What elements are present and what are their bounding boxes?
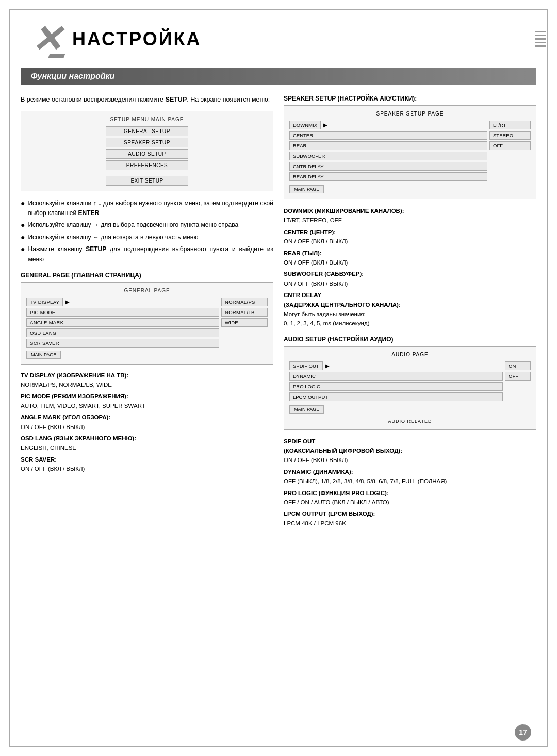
sp-item-cntr: CNTR DELAY [289, 162, 487, 171]
au-item-spdif: SPDIF OUT [289, 361, 323, 370]
general-page-left: TV DISPLAY ▶ PIC MODE ANGLE MARK OSD LAN… [26, 298, 219, 348]
desc-downmix: DOWNMIX (МИКШИРОВАНИЕ КАНАЛОВ): LT/RT, S… [284, 206, 536, 225]
desc-rear-text: ON / OFF (ВКЛ / ВЫКЛ) [284, 259, 348, 266]
desc-tvdisplay-label: TV DISPLAY (ИЗОБРАЖЕНИЕ НА ТВ): [21, 372, 128, 379]
desc-tvdisplay-text: NORMAL/PS, NORMAL/LB, WIDE [21, 382, 112, 388]
audio-setup-section-title: AUDIO SETUP (НАСТРОЙКИ АУДИО) [284, 336, 536, 343]
sp-main-page-btn[interactable]: MAIN PAGE [289, 185, 324, 193]
menu-item-exit[interactable]: EXIT SETUP [106, 176, 188, 186]
desc-dynamic-label: DYNAMIC (ДИНАМИКА): [284, 469, 353, 475]
gp-item-osd: OSD LANG [26, 328, 219, 337]
desc-prologic: PRO LOGIC (ФУНКЦИЯ PRO LOGIC): OFF / ON … [284, 488, 536, 507]
desc-cntrdelay-text: Могут быть заданы значения: [284, 311, 366, 317]
desc-prologic-text: OFF / ON / AUTO (ВКЛ / ВЫКЛ / АВТО) [284, 499, 389, 505]
gp-right-normalps: NORMAL/PS [221, 298, 268, 306]
menu-item-preferences[interactable]: PREFERENCES [106, 160, 188, 170]
menu-item-speaker[interactable]: SPEAKER SETUP [106, 138, 188, 147]
desc-center: CENTER (ЦЕНТР): ON / OFF (ВКЛ / ВЫКЛ) [284, 227, 536, 246]
bullet-item-2: ● Используйте клавишу → для выбора подсв… [21, 220, 273, 231]
desc-lpcm: LPCM OUTPUT (LPCM ВЫХОД): LPCM 48K / LPC… [284, 509, 536, 528]
section-heading: Функции настройки [21, 68, 536, 85]
intro-text: В режиме остановки воспроизведения нажми… [21, 95, 273, 105]
page-border-right [542, 9, 548, 747]
sp-item-subwoofer: SUBWOOFER [289, 152, 487, 160]
general-page-section-title: GENERAL PAGE (ГЛАВНАЯ СТРАНИЦА) [21, 272, 273, 279]
menu-item-general[interactable]: GENERAL SETUP [106, 126, 188, 136]
sp-right-stereo: STEREO [489, 131, 531, 140]
desc-tvdisplay: TV DISPLAY (ИЗОБРАЖЕНИЕ НА ТВ): NORMAL/P… [21, 371, 273, 390]
decorative-lines [535, 31, 546, 47]
desc-scrsaver: SCR SAVER: ON / OFF (ВКЛ / ВЫКЛ) [21, 455, 273, 474]
desc-spdif-sublabel: (КОАКСИАЛЬНЫЙ ЦИФРОВОЙ ВЫХОД): [284, 448, 402, 454]
au-main-page-btn[interactable]: MAIN PAGE [289, 405, 324, 414]
desc-rear: REAR (ТЫЛ): ON / OFF (ВКЛ / ВЫКЛ) [284, 249, 536, 268]
desc-cntrdelay-sublabel: (ЗАДЕРЖКА ЦЕНТРАЛЬНОГО КАНАЛА): [284, 302, 401, 308]
audio-box-title: --AUDIO PAGE-- [289, 352, 531, 357]
sp-item-downmix: DOWNMIX [289, 121, 321, 129]
desc-anglemark-text: ON / OFF (ВКЛ / ВЫКЛ) [21, 424, 85, 430]
desc-prologic-label: PRO LOGIC (ФУНКЦИЯ PRO LOGIC): [284, 490, 389, 496]
gp-right-wide: WIDE [221, 318, 268, 327]
au-arrow-spdif: ▶ [325, 363, 330, 369]
page-border-top [9, 9, 548, 10]
speaker-box-title: SPEAKER SETUP PAGE [289, 111, 531, 117]
desc-picmode-text: AUTO, FILM, VIDEO, SMART, SUPER SWART [21, 403, 145, 409]
bullet-dot-3: ● [21, 233, 25, 243]
sp-item-reardelay: REAR DELAY [289, 172, 487, 181]
speaker-setup-title: SPEAKER SETUP (НАСТРОЙКА АКУСТИКИ): [284, 95, 536, 102]
desc-anglemark-label: ANGLE MARK (УГОЛ ОБЗОРА): [21, 414, 110, 420]
bullet-list: ● Используйте клавиши ↑ ↓ для выбора нуж… [21, 199, 273, 265]
speaker-right-col: LT/RT STEREO OFF [489, 121, 531, 181]
right-column: SPEAKER SETUP (НАСТРОЙКА АКУСТИКИ): SPEA… [284, 95, 536, 533]
desc-dynamic-text: OFF (ВЫКЛ), 1/8, 2/8, 3/8, 4/8, 5/8, 6/8… [284, 478, 447, 484]
page-border-bottom [9, 746, 548, 747]
desc-subwoofer-label: SUBWOOFER (САБВУФЕР): [284, 271, 364, 277]
gp-item-scr: SCR SAVER [26, 339, 219, 348]
desc-downmix-label: DOWNMIX (МИКШИРОВАНИЕ КАНАЛОВ): [284, 208, 404, 214]
bullet-item-4: ● Нажмите клавишу SETUP для подтверждени… [21, 244, 273, 264]
speaker-grid: DOWNMIX ▶ CENTER REAR SUBWOOFER CNTR DEL… [289, 121, 531, 181]
bullet-text-2: Используйте клавишу → для выбора подсвеч… [28, 220, 273, 231]
desc-picmode: PIC MODE (РЕЖИМ ИЗОБРАЖЕНИЯ): AUTO, FILM… [21, 391, 273, 410]
gp-item-angle: ANGLE MARK [26, 318, 219, 327]
au-right-on: ON [505, 361, 531, 370]
gp-main-page-btn[interactable]: MAIN PAGE [26, 351, 61, 359]
desc-lpcm-label: LPCM OUTPUT (LPCM ВЫХОД): [284, 511, 375, 517]
desc-picmode-label: PIC MODE (РЕЖИМ ИЗОБРАЖЕНИЯ): [21, 393, 128, 399]
bullet-dot-2: ● [21, 220, 25, 231]
bullet-dot-4: ● [21, 244, 25, 264]
desc-osdlang: OSD LANG (ЯЗЫК ЭКРАННОГО МЕНЮ): ENGLISH,… [21, 434, 273, 453]
desc-cntrdelay: CNTR DELAY (ЗАДЕРЖКА ЦЕНТРАЛЬНОГО КАНАЛА… [284, 290, 536, 328]
bullet-dot-1: ● [21, 199, 25, 218]
bullet-item-3: ● Используйте клавишу ← для возврата в л… [21, 233, 273, 243]
gp-item-tv: TV DISPLAY [26, 298, 63, 306]
audio-left-col: SPDIF OUT ▶ DYNAMIC PRO LOGIC LPCM OUTPU… [289, 361, 503, 401]
bullet-text-1: Используйте клавиши ↑ ↓ для выбора нужно… [28, 199, 273, 218]
desc-rear-label: REAR (ТЫЛ): [284, 250, 322, 256]
page-title: НАСТРОЙКА [72, 28, 202, 50]
page-number: 17 [515, 724, 531, 741]
desc-center-label: CENTER (ЦЕНТР): [284, 229, 336, 235]
desc-spdif-text: ON / OFF (ВКЛ / ВЫКЛ) [284, 457, 348, 463]
desc-downmix-text: LT/RT, STEREO, OFF [284, 217, 342, 223]
desc-dynamic: DYNAMIC (ДИНАМИКА): OFF (ВЫКЛ), 1/8, 2/8… [284, 467, 536, 486]
desc-section-speaker: DOWNMIX (МИКШИРОВАНИЕ КАНАЛОВ): LT/RT, S… [284, 206, 536, 328]
gp-right-normallb: NORMAL/LB [221, 308, 268, 317]
sp-row-downmix: DOWNMIX ▶ [289, 121, 487, 129]
page-border-left [9, 9, 10, 747]
sp-right-off: OFF [489, 141, 531, 150]
desc-center-text: ON / OFF (ВКЛ / ВЫКЛ) [284, 238, 348, 244]
desc-osdlang-label: OSD LANG (ЯЗЫК ЭКРАННОГО МЕНЮ): [21, 435, 136, 441]
speaker-left-col: DOWNMIX ▶ CENTER REAR SUBWOOFER CNTR DEL… [289, 121, 487, 181]
bullet-item-1: ● Используйте клавиши ↑ ↓ для выбора нуж… [21, 199, 273, 218]
setup-menu-items: GENERAL SETUP SPEAKER SETUP AUDIO SETUP … [26, 126, 268, 186]
au-item-lpcm: LPCM OUTPUT [289, 392, 503, 401]
desc-anglemark: ANGLE MARK (УГОЛ ОБЗОРА): ON / OFF (ВКЛ … [21, 413, 273, 432]
setup-menu-box: SETUP MENU MAIN PAGE GENERAL SETUP SPEAK… [21, 111, 273, 191]
general-page-right: NORMAL/PS NORMAL/LB WIDE [221, 298, 268, 348]
menu-item-audio[interactable]: AUDIO SETUP [106, 149, 188, 159]
desc-spdifout: SPDIF OUT (КОАКСИАЛЬНЫЙ ЦИФРОВОЙ ВЫХОД):… [284, 437, 536, 465]
logo-x: ✕ [31, 21, 62, 58]
sp-right-ltrt: LT/RT [489, 121, 531, 129]
sp-item-center: CENTER [289, 131, 487, 140]
